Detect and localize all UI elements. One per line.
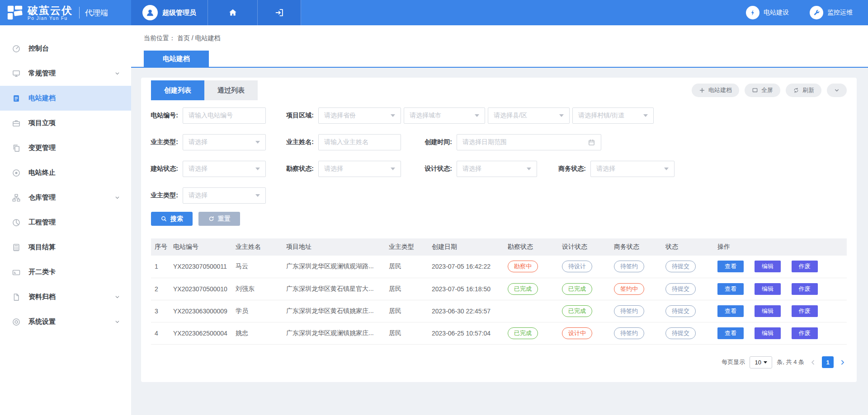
edit-button[interactable]: 编辑 (755, 327, 781, 339)
view-button[interactable]: 查看 (717, 283, 744, 295)
survey-status-badge: 已完成 (508, 283, 538, 295)
select-caret-icon (664, 168, 669, 170)
dashboard-icon (12, 44, 21, 53)
select-caret-icon (764, 361, 767, 364)
col-created: 创建日期 (432, 238, 508, 256)
reset-icon (208, 215, 215, 222)
create-station-button[interactable]: 电站建档 (692, 84, 739, 97)
fullscreen-button[interactable]: 全屏 (745, 84, 780, 97)
owner-type2-select[interactable]: 请选择 (183, 187, 266, 204)
owner-type-select[interactable]: 请选择 (183, 134, 266, 150)
chevron-down-icon (114, 294, 120, 300)
edit-button[interactable]: 编辑 (755, 283, 781, 295)
reset-button[interactable]: 重置 (198, 212, 240, 226)
city-select[interactable]: 请选择城市 (404, 107, 485, 124)
fullscreen-icon (752, 87, 758, 93)
sidebar-item-project-settlement[interactable]: 项目结算 (0, 235, 131, 260)
select-caret-icon (559, 114, 564, 117)
station-archive-panel: 创建列表 通过列表 电站建档 全屏 刷新 (141, 78, 857, 382)
target-icon (12, 168, 21, 177)
wrench-icon (810, 6, 823, 19)
briefcase-icon (12, 119, 21, 128)
view-button[interactable]: 查看 (717, 261, 744, 272)
invalidate-button[interactable]: 作废 (792, 327, 818, 339)
sidebar-item-label: 资料归档 (28, 293, 56, 301)
tab-create-list[interactable]: 创建列表 (151, 80, 204, 100)
logout-button[interactable] (258, 0, 301, 25)
sidebar-item-label: 项目结算 (28, 243, 56, 252)
status-badge: 待提交 (665, 327, 696, 339)
build-status-select[interactable]: 请选择 (183, 161, 266, 177)
county-select[interactable]: 请选择县/区 (488, 107, 570, 124)
survey-status-select[interactable]: 请选择 (318, 161, 401, 177)
home-icon (228, 8, 238, 18)
header-quick-nav: 电站建设 监控运维 (746, 0, 868, 25)
chevron-down-icon (114, 195, 120, 201)
date-range-input[interactable]: 请选择日期范围 (457, 134, 601, 150)
view-button[interactable]: 查看 (717, 327, 744, 339)
sidebar-item-station-terminate[interactable]: 电站终止 (0, 160, 131, 185)
sidebar-item-data-archive[interactable]: 资料归档 (0, 284, 131, 309)
per-page-select[interactable]: 10 (750, 356, 772, 368)
collapse-toolbar-button[interactable] (827, 84, 847, 97)
current-user[interactable]: 超级管理员 (131, 0, 208, 25)
invalidate-button[interactable]: 作废 (792, 261, 818, 272)
select-caret-icon (643, 114, 648, 117)
sidebar-item-dashboard[interactable]: 控制台 (0, 36, 131, 61)
sidebar-item-change-mgmt[interactable]: 变更管理 (0, 135, 131, 160)
town-select[interactable]: 请选择村镇/街道 (572, 107, 654, 124)
sidebar-item-project-setup[interactable]: 项目立项 (0, 111, 131, 135)
table-header-row: 序号 电站编号 业主姓名 项目地址 业主类型 创建日期 勘察状态 设计状态 商务… (151, 238, 847, 256)
table-row: 1 YX2023070500011 马云 广东深圳龙华区观澜镇观湖路... 居民… (151, 256, 847, 278)
brand-text: 破茧云伏 Po Jian Yun Fu (28, 5, 73, 21)
design-status-badge: 设计中 (562, 327, 592, 339)
select-caret-icon (255, 168, 260, 170)
nav-monitor-ops[interactable]: 监控运维 (810, 6, 853, 19)
invalidate-button[interactable]: 作废 (792, 283, 818, 295)
home-button[interactable] (208, 0, 258, 25)
archive-icon (12, 293, 21, 302)
next-page-button[interactable] (838, 358, 847, 367)
card-icon (12, 268, 21, 277)
search-button[interactable]: 搜索 (151, 212, 193, 226)
survey-status-badge: 已完成 (508, 327, 538, 339)
create-time-label: 创建时间: (401, 138, 457, 146)
owner-type2-label: 业主类型: (141, 191, 183, 200)
province-select[interactable]: 请选择省份 (318, 107, 401, 124)
chevron-down-icon (834, 87, 840, 93)
search-icon (160, 215, 167, 222)
sidebar-item-engineering-mgmt[interactable]: 工程管理 (0, 210, 131, 235)
business-status-label: 商务状态: (537, 165, 590, 173)
edit-button[interactable]: 编辑 (755, 261, 781, 272)
sidebar-item-system-settings[interactable]: 系统设置 (0, 309, 131, 334)
col-actions: 操作 (717, 238, 847, 256)
prev-page-button[interactable] (809, 358, 817, 367)
owner-type-label: 业主类型: (141, 138, 183, 146)
refresh-button[interactable]: 刷新 (786, 84, 821, 97)
view-button[interactable]: 查看 (717, 305, 744, 317)
design-status-select[interactable]: 请选择 (457, 161, 537, 177)
edit-button[interactable]: 编辑 (755, 305, 781, 317)
lightning-icon (746, 6, 760, 19)
sidebar-item-label: 常规管理 (28, 69, 56, 78)
station-no-label: 电站编号: (141, 112, 183, 120)
sidebar-item-type2-card[interactable]: 开二类卡 (0, 260, 131, 284)
col-index: 序号 (151, 238, 173, 256)
select-caret-icon (391, 114, 395, 117)
business-status-badge: 待签约 (614, 305, 644, 317)
invalidate-button[interactable]: 作废 (792, 305, 818, 317)
station-no-input[interactable]: 请输入电站编号 (183, 107, 266, 124)
sidebar-item-general-mgmt[interactable]: 常规管理 (0, 61, 131, 86)
owner-name-input[interactable]: 请输入业主姓名 (318, 134, 401, 150)
plus-icon (699, 87, 705, 93)
nav-station-build[interactable]: 电站建设 (746, 6, 789, 19)
select-caret-icon (391, 168, 395, 170)
header-user-area: 超级管理员 (131, 0, 301, 25)
sidebar-item-warehouse-mgmt[interactable]: 仓库管理 (0, 185, 131, 210)
business-status-select[interactable]: 请选择 (590, 161, 675, 177)
sidebar-item-station-archive[interactable]: 电站建档 (0, 86, 131, 111)
page-number[interactable]: 1 (822, 356, 834, 368)
page-tab-station-archive[interactable]: 电站建档 (144, 51, 209, 67)
sidebar-item-label: 变更管理 (28, 144, 56, 152)
tab-passed-list[interactable]: 通过列表 (204, 80, 258, 100)
